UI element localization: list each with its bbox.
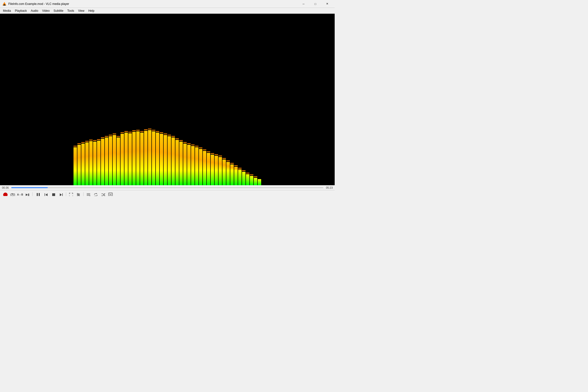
next-button[interactable]: [58, 191, 64, 196]
loop-ab-button[interactable]: A↔B: [17, 191, 24, 196]
prev-icon: [44, 192, 48, 196]
menu-audio[interactable]: Audio: [29, 8, 40, 14]
eq-bar-fill: [246, 174, 250, 185]
eq-bar-34: [207, 153, 210, 185]
stop-button[interactable]: [50, 191, 57, 196]
eq-peak-marker: [105, 136, 108, 137]
playlist-button[interactable]: [85, 191, 92, 196]
next-icon: [59, 192, 63, 196]
menu-view[interactable]: View: [76, 8, 86, 14]
record-button[interactable]: [2, 191, 9, 196]
svg-point-37: [111, 195, 112, 196]
eq-bar-fill: [222, 160, 226, 185]
shuffle-button[interactable]: [100, 191, 106, 196]
svg-point-4: [12, 194, 14, 196]
svg-rect-8: [29, 194, 29, 196]
eq-bar-fill: [148, 130, 152, 185]
eq-bar-7: [101, 139, 104, 185]
menu-playback[interactable]: Playback: [13, 8, 29, 14]
snapshot-button[interactable]: [9, 191, 16, 196]
frame-by-frame-button[interactable]: [24, 191, 31, 196]
eq-bar-25: [172, 138, 175, 185]
eq-peak-marker: [207, 152, 210, 152]
eq-bar-fill: [226, 162, 230, 185]
eq-peak-marker: [152, 130, 155, 130]
eq-peak-marker: [246, 173, 250, 174]
eq-bar-fill: [144, 131, 148, 185]
eq-bar-9: [109, 136, 112, 185]
eq-peak-marker: [199, 148, 202, 148]
eq-peak-marker: [191, 144, 194, 145]
vlc-logo-icon: [2, 2, 7, 6]
eq-peak-marker: [116, 136, 120, 137]
eq-peak-marker: [136, 130, 140, 130]
eq-bar-44: [246, 174, 250, 185]
svg-rect-5: [12, 193, 13, 194]
svg-marker-11: [46, 193, 48, 196]
menu-tools[interactable]: Tools: [66, 8, 76, 14]
eq-bar-fill: [195, 147, 198, 185]
minimize-button[interactable]: ─: [298, 0, 309, 8]
eq-bar-fill: [258, 179, 261, 185]
fullscreen-button[interactable]: [68, 191, 74, 196]
eq-bar-fill: [120, 134, 124, 185]
eq-bar-fill: [207, 153, 210, 185]
svg-point-20: [78, 194, 80, 195]
extended-settings-button[interactable]: [75, 191, 82, 196]
play-pause-button[interactable]: [34, 190, 42, 196]
eq-bar-11: [116, 138, 120, 185]
random-button[interactable]: [107, 191, 114, 196]
eq-bar-35: [211, 154, 214, 185]
eq-bar-37: [218, 157, 222, 185]
eq-bar-fill: [113, 135, 116, 185]
window-title: FileInfo.com Example.mod - VLC media pla…: [8, 2, 298, 6]
loop-button[interactable]: [92, 191, 99, 196]
eq-bar-45: [250, 176, 253, 185]
eq-peak-marker: [226, 160, 230, 161]
svg-marker-31: [104, 195, 105, 196]
progress-track[interactable]: [11, 187, 324, 188]
eq-bar-31: [195, 147, 198, 185]
menu-video[interactable]: Video: [40, 8, 52, 14]
eq-bar-21: [156, 132, 159, 185]
eq-bar-16: [136, 131, 140, 185]
eq-bar-46: [254, 178, 257, 185]
eq-peak-marker: [144, 129, 148, 130]
sliders-icon: [76, 192, 80, 196]
menu-subtitle[interactable]: Subtitle: [52, 8, 66, 14]
title-bar: FileInfo.com Example.mod - VLC media pla…: [0, 0, 335, 8]
eq-bar-fill: [242, 172, 246, 185]
eq-bar-14: [128, 133, 132, 185]
svg-rect-12: [44, 193, 45, 196]
svg-marker-25: [90, 195, 90, 196]
menu-help[interactable]: Help: [86, 8, 96, 14]
eq-peak-marker: [234, 166, 238, 166]
eq-peak-marker: [160, 132, 163, 133]
video-area: [0, 14, 335, 185]
separator-2: [66, 192, 66, 196]
eq-peak-marker: [156, 131, 159, 132]
eq-peak-marker: [132, 130, 136, 131]
eq-bar-fill: [140, 132, 144, 185]
eq-peak-marker: [140, 131, 144, 132]
random-icon: [108, 192, 113, 196]
eq-bar-22: [160, 134, 163, 185]
prev-button[interactable]: [43, 191, 50, 196]
eq-peak-marker: [176, 138, 179, 139]
svg-point-19: [77, 193, 78, 194]
eq-bar-33: [203, 151, 206, 185]
eq-peak-marker: [250, 174, 253, 175]
eq-peak-marker: [120, 132, 124, 133]
svg-marker-27: [94, 196, 95, 196]
maximize-button[interactable]: □: [310, 0, 321, 8]
eq-bar-fill: [211, 154, 214, 185]
frame-icon: [25, 192, 30, 196]
playlist-icon: [86, 192, 91, 196]
menu-media[interactable]: Media: [1, 8, 13, 14]
shuffle-icon: [101, 192, 105, 196]
close-button[interactable]: ✕: [322, 0, 333, 8]
eq-bar-fill: [183, 144, 187, 185]
svg-marker-26: [96, 193, 97, 194]
separator-3: [83, 192, 84, 196]
eq-bar-43: [242, 172, 246, 185]
